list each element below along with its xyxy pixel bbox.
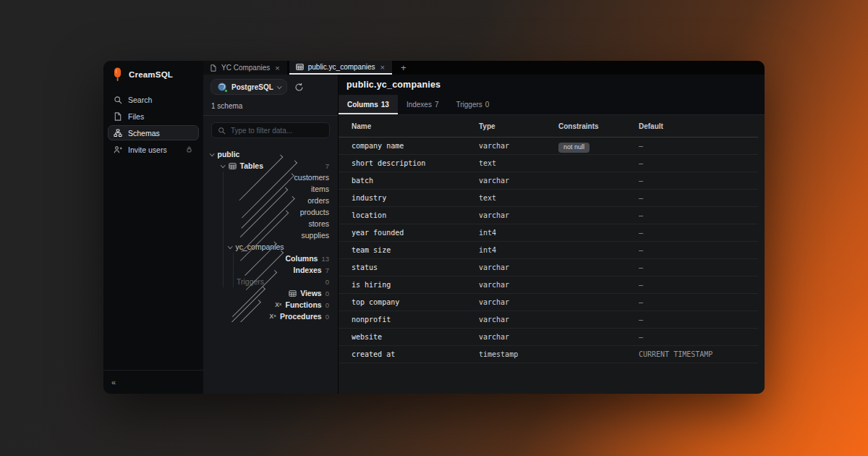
tree-item-public[interactable]: public [203, 148, 338, 160]
connection-label: PostgreSQL [231, 83, 273, 91]
cell-name: nonprofit [352, 316, 479, 324]
sidebar-spacer [103, 160, 203, 370]
tab-label: public.yc_companies [308, 63, 375, 71]
function-icon: Xˣ [270, 313, 276, 320]
sidebar-item-schemas[interactable]: Schemas [108, 125, 199, 140]
schemas-icon [114, 129, 122, 138]
connection-selector[interactable]: PostgreSQL [210, 79, 287, 95]
constraint-badge: not null [558, 143, 590, 153]
tab-count: 7 [435, 101, 439, 109]
tree-item-label: Tables [240, 161, 263, 170]
tab-triggers[interactable]: Triggers 0 [448, 95, 498, 114]
cell-default: – [639, 211, 758, 219]
tree-item-count: 13 [321, 255, 329, 263]
table-row[interactable]: nonprofit varchar – [339, 311, 758, 329]
table-icon [229, 162, 237, 170]
cell-name: created_at [352, 350, 479, 358]
tree-item-count: 7 [326, 162, 329, 170]
cell-type: int4 [479, 246, 558, 254]
tab-columns[interactable]: Columns 13 [339, 95, 398, 114]
refresh-icon [294, 83, 304, 92]
table-row[interactable]: website varchar – [339, 329, 758, 346]
tree-item-views[interactable]: Views 0 [203, 287, 338, 299]
columns-table-area: Name Type Constraints Default company_na… [339, 115, 765, 394]
postgresql-logo-icon [217, 83, 227, 92]
cell-name: team_size [352, 246, 479, 254]
tree-item-label: orders [307, 196, 329, 205]
table-row[interactable]: status varchar – [339, 259, 758, 276]
sidebar-item-invite-users[interactable]: Invite users [108, 142, 199, 157]
sidebar-nav: Search Files Schemas [103, 89, 203, 160]
tree-item-label: products [300, 208, 329, 216]
tab-yc-companies[interactable]: YC Companies × [203, 61, 287, 75]
app-name: CreamSQL [129, 70, 173, 79]
tab-public-yc-companies[interactable]: public.yc_companies × [289, 61, 392, 75]
tree-item-functions[interactable]: Xˣ Functions 0 [203, 299, 338, 311]
cell-type: varchar [479, 281, 558, 289]
tree-item-procedures[interactable]: Xˣ Procedures 0 [203, 311, 338, 322]
sidebar-item-files[interactable]: Files [108, 109, 199, 124]
table-row[interactable]: created_at timestamp CURRENT_TIMESTAMP [339, 346, 758, 363]
chevron-down-icon [210, 151, 214, 156]
cell-default: – [639, 177, 758, 185]
cell-default: – [639, 281, 758, 289]
desktop-background: CreamSQL Search Files [0, 0, 868, 456]
close-icon[interactable]: × [380, 63, 386, 72]
tree-item-label: supplies [301, 231, 329, 240]
chevron-down-icon [277, 84, 281, 88]
table-row[interactable]: team_size int4 – [339, 242, 758, 259]
table-row[interactable]: company_name varchar not null – [339, 138, 758, 155]
table-row[interactable]: top_company varchar – [339, 294, 758, 311]
detail-tabs: Columns 13 Indexes 7 Triggers 0 [339, 95, 765, 115]
cell-default: – [639, 316, 758, 324]
cell-default: – [639, 142, 758, 150]
cell-default: – [639, 333, 758, 341]
table-row[interactable]: year_founded int4 – [339, 224, 758, 242]
column-header-default: Default [639, 122, 758, 130]
explorer-divider [203, 115, 338, 116]
cell-type: varchar [479, 263, 558, 271]
filter-input[interactable] [231, 127, 323, 135]
search-icon [218, 127, 226, 135]
sidebar-item-search[interactable]: Search [108, 92, 199, 107]
tree-item-count: 0 [326, 278, 329, 286]
tree-item-label: Views [300, 289, 322, 297]
tab-label: Columns [347, 101, 378, 109]
table-row[interactable]: location varchar – [339, 207, 758, 224]
connection-row: PostgreSQL [210, 79, 331, 95]
page-title: public.yc_companies [339, 75, 765, 95]
refresh-button[interactable] [294, 83, 304, 92]
cell-default: – [639, 159, 758, 167]
collapse-sidebar-button[interactable]: « [111, 379, 116, 387]
tree-item-columns[interactable]: Columns 13 [234, 253, 338, 264]
table-row[interactable]: industry text – [339, 190, 758, 207]
tab-indexes[interactable]: Indexes 7 [398, 95, 448, 114]
cell-default: – [639, 246, 758, 254]
tree-item-count: 0 [326, 301, 329, 309]
tab-count: 0 [485, 101, 490, 109]
table-row[interactable]: batch varchar – [339, 172, 758, 190]
function-icon: Xˣ [275, 301, 281, 308]
lock-icon [185, 145, 193, 153]
file-icon [114, 112, 122, 121]
cell-type: int4 [479, 229, 558, 237]
tree-item-label: Indexes [294, 266, 322, 274]
cell-default: – [639, 194, 758, 202]
tree-item-label: customers [294, 173, 329, 182]
tree-item-label: items [311, 185, 329, 193]
new-tab-button[interactable]: + [394, 61, 413, 75]
table-row[interactable]: is_hiring varchar – [339, 276, 758, 294]
table-icon [296, 63, 304, 71]
table-row[interactable]: short_description text – [339, 155, 758, 172]
cell-name: top_company [352, 298, 479, 306]
tree-item-count: 7 [326, 266, 329, 274]
cell-name: is_hiring [352, 281, 479, 289]
cell-type: varchar [479, 316, 558, 324]
close-icon[interactable]: × [274, 64, 280, 72]
cell-name: year_founded [352, 229, 479, 237]
column-header-type: Type [479, 122, 558, 130]
cell-default: – [639, 229, 758, 237]
tree-item-count: 0 [326, 290, 329, 297]
cell-default: – [639, 298, 758, 306]
yc-companies-children-group: Columns 13 Indexes 7 Triggers [233, 253, 338, 287]
